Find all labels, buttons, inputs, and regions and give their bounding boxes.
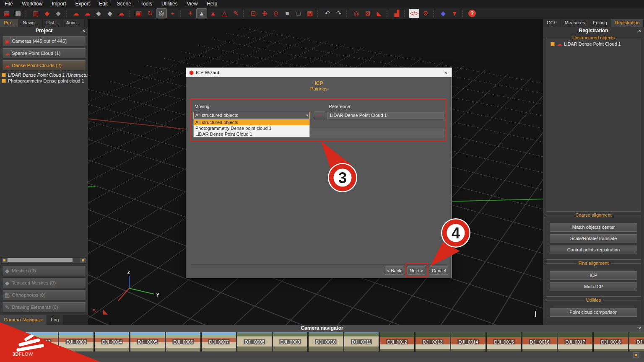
tree-child-item[interactable]: Photogrammetry Dense point cloud 1 xyxy=(2,78,88,83)
icp-button[interactable]: ICP xyxy=(550,271,637,280)
checkbox-icon[interactable] xyxy=(551,42,555,46)
menu-item-export[interactable]: Export xyxy=(70,0,94,8)
menu-item-utilities[interactable]: Utilities xyxy=(157,0,182,8)
camera-thumbnail[interactable]: DJI_0019 xyxy=(629,332,644,352)
match-objects-center-button[interactable]: Match objects center xyxy=(550,223,637,232)
control-points-registration-button[interactable]: Control points registration xyxy=(550,246,637,254)
menu-item-tools[interactable]: Tools xyxy=(136,0,157,8)
wireframe-view-icon[interactable]: △ xyxy=(219,9,229,18)
camera-thumbnail[interactable]: DJI_0014 xyxy=(451,332,486,352)
dense-sphere-icon[interactable]: ⊙ xyxy=(271,9,281,18)
camera-thumbnail[interactable]: DJI_0017 xyxy=(558,332,593,352)
new-project-gray-icon[interactable]: ◆ xyxy=(53,9,63,18)
select-tool-icon[interactable]: ◎ xyxy=(156,9,166,18)
scroll-right-button[interactable] xyxy=(633,352,639,358)
crop-tool-icon[interactable]: ⊠ xyxy=(363,9,373,18)
camera-thumbnail[interactable]: DJI_0016 xyxy=(522,332,557,352)
open-project-icon[interactable]: ▤ xyxy=(2,9,12,18)
export-cloud-icon[interactable]: ☁ xyxy=(116,9,126,18)
moving-combobox[interactable]: All structured objects ▾ xyxy=(193,112,310,119)
camera-icon[interactable]: ▣ xyxy=(134,9,144,18)
checkbox-icon[interactable] xyxy=(2,73,6,77)
camera-thumbnail[interactable]: DJI_0004 xyxy=(94,332,130,352)
menu-item-view[interactable]: View xyxy=(182,0,203,8)
project-item-sparse-point-cloud[interactable]: ☁Sparse Point Cloud (1) xyxy=(2,48,86,59)
undo-icon[interactable]: ↶ xyxy=(322,9,332,18)
tab-pro[interactable]: Pro... xyxy=(0,19,19,27)
save-project-icon[interactable]: ▦ xyxy=(13,9,23,18)
help-icon[interactable]: ? xyxy=(468,10,476,17)
camera-thumbnail[interactable]: DJI_0007 xyxy=(201,332,236,352)
sparse-sphere-icon[interactable]: ⊕ xyxy=(260,9,270,18)
camera-animation-icon[interactable]: ⊡ xyxy=(248,9,258,18)
camera-thumbnail[interactable]: DJI_0006 xyxy=(166,332,201,352)
next-button[interactable]: Next > xyxy=(408,266,425,275)
camera-thumbnail[interactable]: DJI_0009 xyxy=(273,332,308,352)
dropdown-option-all-structured-objects[interactable]: All structured objects xyxy=(194,119,309,125)
settings-icon[interactable]: ⚙ xyxy=(421,9,431,18)
chart-icon[interactable]: ▟ xyxy=(392,9,402,18)
shield-icon[interactable]: ▼ xyxy=(449,9,460,18)
dropdown-option-photogrammetry-dense-point-cloud-1[interactable]: Photogrammetry Dense point cloud 1 xyxy=(194,125,309,131)
solid-cube-icon[interactable]: ■ xyxy=(282,9,292,18)
tab-anim[interactable]: Anim... xyxy=(62,19,85,27)
camera-thumbnail[interactable]: DJI_0015 xyxy=(486,332,522,352)
tab-camera-navigator[interactable]: Camera Navigator xyxy=(0,315,47,325)
menu-item-scene[interactable]: Scene xyxy=(112,0,136,8)
reset-view-icon[interactable]: ↻ xyxy=(145,9,155,18)
project-item-meshes[interactable]: ◆Meshes (0) xyxy=(2,265,86,276)
close-icon[interactable]: × xyxy=(83,27,85,34)
menu-item-edit[interactable]: Edit xyxy=(94,0,112,8)
tree-child-item[interactable]: LiDAR Dense Point Cloud 1 (Unstructu... xyxy=(2,72,88,78)
viewport-handle[interactable] xyxy=(535,311,536,317)
menu-item-help[interactable]: Help xyxy=(202,0,222,8)
tab-measures[interactable]: Measures xyxy=(561,19,589,27)
camera-thumbnail[interactable]: DJI_0005 xyxy=(130,332,165,352)
redo-icon[interactable]: ↷ xyxy=(334,9,344,18)
swap-button[interactable]: ↩ xyxy=(314,111,325,120)
project-item-cameras[interactable]: ▣Cameras (445 out of 445) xyxy=(2,36,86,47)
import-dense-cloud-icon[interactable]: ☁ xyxy=(82,9,92,18)
tab-gcp[interactable]: GCP xyxy=(543,19,561,27)
tab-log[interactable]: Log xyxy=(47,315,63,325)
project-scrollbar[interactable] xyxy=(1,257,87,264)
menu-item-file[interactable]: File xyxy=(0,0,17,8)
scroll-left-button[interactable] xyxy=(2,258,8,263)
wire-cube-icon[interactable]: □ xyxy=(293,9,304,18)
back-button[interactable]: < Back xyxy=(385,266,403,275)
camera-thumbnail[interactable]: DJI_0010 xyxy=(308,332,343,352)
multi-icp-button[interactable]: Multi-ICP xyxy=(550,282,637,291)
tab-registration[interactable]: Registration xyxy=(611,19,644,27)
checkbox-icon[interactable] xyxy=(2,79,6,83)
shaded-view-icon[interactable]: ▲ xyxy=(197,9,207,18)
scroll-right-button[interactable] xyxy=(80,258,86,263)
copy-view-icon[interactable]: ▩ xyxy=(305,9,315,18)
ruler-tool-icon[interactable]: ◣ xyxy=(103,308,108,315)
point-cloud-comparison-button[interactable]: Point cloud comparison xyxy=(550,308,637,317)
import-sparse-cloud-icon[interactable]: ☁ xyxy=(71,9,81,18)
cancel-button[interactable]: Cancel xyxy=(430,266,448,275)
import-mesh-icon[interactable]: ◆ xyxy=(93,9,104,18)
scale-rotate-translate-button[interactable]: Scale/Rotate/Translate xyxy=(550,234,637,243)
thumbnail-scrollbar[interactable] xyxy=(0,352,644,358)
menu-item-workflow[interactable]: Workflow xyxy=(17,0,47,8)
tab-editing[interactable]: Editing xyxy=(589,19,611,27)
import-textured-mesh-icon[interactable]: ◆ xyxy=(105,9,115,18)
new-project-red-icon[interactable]: ◆ xyxy=(42,9,52,18)
blocks-icon[interactable]: + xyxy=(168,9,178,18)
menu-item-import[interactable]: Import xyxy=(47,0,70,8)
light-icon[interactable]: ☀ xyxy=(185,9,195,18)
close-icon[interactable]: × xyxy=(444,70,447,76)
camera-thumbnail[interactable]: DJI_0012 xyxy=(379,332,415,352)
close-icon[interactable]: × xyxy=(639,325,641,332)
camera-thumbnail[interactable]: DJI_0011 xyxy=(344,332,379,352)
scroll-thumb[interactable] xyxy=(8,258,73,262)
console-icon[interactable]: </> xyxy=(409,9,419,18)
import-pictures-icon[interactable]: ▥ xyxy=(31,9,41,18)
camera-thumbnail[interactable]: DJI_0013 xyxy=(415,332,450,352)
project-item-orthophotos[interactable]: ▦Orthophotos (0) xyxy=(2,290,86,300)
reference-field[interactable]: LiDAR Dense Point Cloud 1 xyxy=(327,112,444,119)
measure-tool-icon[interactable]: ◣ xyxy=(374,9,384,18)
camera-thumbnail[interactable]: DJI_0018 xyxy=(593,332,628,352)
project-item-dense-point-clouds[interactable]: ☁Dense Point Clouds (2) xyxy=(2,60,86,71)
